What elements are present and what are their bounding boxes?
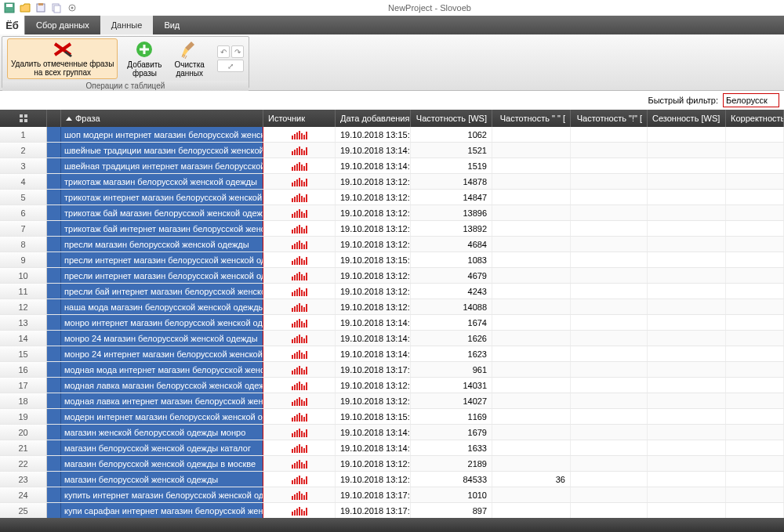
cell-phrase[interactable]: пресли магазин белорусской женской одежд… <box>61 237 263 252</box>
clean-data-button[interactable]: Очистка данных <box>172 38 208 79</box>
col-freq-excl[interactable]: Частотность "!" [ <box>571 110 648 127</box>
row-select[interactable] <box>47 252 61 267</box>
row-select[interactable] <box>47 472 61 487</box>
quick-filter-input[interactable] <box>723 93 779 107</box>
cell-phrase[interactable]: купи сарафан интернет магазин белорусско… <box>61 503 263 518</box>
cell-phrase[interactable]: трикотаж магазин белорусской женской оде… <box>61 174 263 189</box>
cell-phrase[interactable]: пресли бай интернет магазин белорусской … <box>61 284 263 299</box>
table-row[interactable]: 1шоп модерн интернет магазин белорусской… <box>0 127 784 143</box>
table-row[interactable]: 4трикотаж магазин белорусской женской од… <box>0 174 784 190</box>
table-row[interactable]: 6трикотаж бай магазин белорусской женско… <box>0 205 784 221</box>
paste-icon[interactable] <box>34 2 47 14</box>
cell-phrase[interactable]: монро 24 магазин белорусской женской оде… <box>61 331 263 346</box>
table-row[interactable]: 10пресли интернет магазин белорусской же… <box>0 268 784 284</box>
table-row[interactable]: 15монро 24 интернет магазин белорусской … <box>0 346 784 362</box>
row-select[interactable] <box>47 205 61 220</box>
row-select[interactable] <box>47 456 61 471</box>
row-select[interactable] <box>47 425 61 440</box>
table-row[interactable]: 19модерн интернет магазин белорусской же… <box>0 409 784 425</box>
row-select[interactable] <box>47 362 61 377</box>
col-select[interactable] <box>47 110 61 127</box>
row-select[interactable] <box>47 158 61 173</box>
row-select[interactable] <box>47 268 61 283</box>
col-season[interactable]: Сезонность [WS] <box>648 110 726 127</box>
row-select[interactable] <box>47 284 61 299</box>
delete-marked-button[interactable]: Удалить отмеченные фразы на всех группах <box>7 38 118 79</box>
copy-icon[interactable] <box>50 2 63 14</box>
col-phrase[interactable]: Фраза <box>61 110 263 127</box>
cell-phrase[interactable]: магазин белорусской женской одежды катал… <box>61 440 263 455</box>
cell-phrase[interactable]: швейная традиция интернет магазин белору… <box>61 158 263 173</box>
row-select[interactable] <box>47 346 61 361</box>
tab-data[interactable]: Данные <box>100 16 154 34</box>
table-row[interactable]: 8пресли магазин белорусской женской одеж… <box>0 237 784 252</box>
tab-collect[interactable]: Сбор данных <box>25 16 100 34</box>
row-select[interactable] <box>47 299 61 314</box>
cell-phrase[interactable]: монро 24 интернет магазин белорусской же… <box>61 346 263 361</box>
cell-phrase[interactable]: модная лавка магазин белорусской женской… <box>61 378 263 393</box>
cell-phrase[interactable]: трикотаж интернет магазин белорусской же… <box>61 190 263 204</box>
table-row[interactable]: 7трикотаж бай интернет магазин белорусск… <box>0 221 784 237</box>
row-select[interactable] <box>47 331 61 346</box>
row-select[interactable] <box>47 221 61 236</box>
cell-phrase[interactable]: модерн интернет магазин белорусской женс… <box>61 409 263 424</box>
table-row[interactable]: 13монро интернет магазин белорусской жен… <box>0 315 784 331</box>
table-row[interactable]: 5трикотаж интернет магазин белорусской ж… <box>0 190 784 205</box>
table-row[interactable]: 21магазин белорусской женской одежды кат… <box>0 440 784 456</box>
row-select[interactable] <box>47 393 61 408</box>
table-row[interactable]: 18модная лавка интернет магазин белорусс… <box>0 393 784 409</box>
table-row[interactable]: 16модная мода интернет магазин белорусск… <box>0 362 784 378</box>
col-date[interactable]: Дата добавления <box>336 110 411 127</box>
app-logo[interactable]: Ёб <box>0 16 25 34</box>
col-correct[interactable]: Корректность сл <box>726 110 784 127</box>
table-row[interactable]: 9пресли интернет магазин белорусской жен… <box>0 252 784 268</box>
table-row[interactable]: 20магазин женской белорусской одежды мон… <box>0 425 784 440</box>
cell-phrase[interactable]: купить интернет магазин белорусской женс… <box>61 487 263 502</box>
cell-phrase[interactable]: пресли интернет магазин белорусской женс… <box>61 268 263 283</box>
cell-phrase[interactable]: магазин белорусской женской одежды в мос… <box>61 456 263 471</box>
cell-phrase[interactable]: наша мода магазин белорусской женской од… <box>61 299 263 314</box>
cell-phrase[interactable]: трикотаж бай магазин белорусской женской… <box>61 205 263 220</box>
cell-phrase[interactable]: модная мода интернет магазин белорусской… <box>61 362 263 377</box>
col-source[interactable]: Источник <box>263 110 336 127</box>
table-row[interactable]: 3швейная традиция интернет магазин белор… <box>0 158 784 174</box>
add-phrases-button[interactable]: Добавить фразы <box>124 38 165 79</box>
table-row[interactable]: 2швейные традиции магазин белорусской же… <box>0 143 784 158</box>
cell-phrase[interactable]: шоп модерн интернет магазин белорусской … <box>61 127 263 142</box>
table-row[interactable]: 24купить интернет магазин белорусской же… <box>0 487 784 503</box>
row-select[interactable] <box>47 174 61 189</box>
tab-view[interactable]: Вид <box>153 16 191 34</box>
cell-phrase[interactable]: модная лавка интернет магазин белорусско… <box>61 393 263 408</box>
cell-phrase[interactable]: пресли интернет магазин белорусской женс… <box>61 252 263 267</box>
cell-phrase[interactable]: швейные традиции магазин белорусской жен… <box>61 143 263 157</box>
table-row[interactable]: 17модная лавка магазин белорусской женск… <box>0 378 784 393</box>
cell-phrase[interactable]: монро интернет магазин белорусской женск… <box>61 315 263 330</box>
row-select[interactable] <box>47 127 61 142</box>
table-row[interactable]: 11пресли бай интернет магазин белорусско… <box>0 284 784 299</box>
col-freq-ws[interactable]: Частотность [WS] <box>411 110 492 127</box>
settings-icon[interactable] <box>66 2 78 14</box>
row-select[interactable] <box>47 378 61 393</box>
col-freq-quote[interactable]: Частотность " " [ <box>492 110 571 127</box>
expand-icon[interactable]: ⤢ <box>217 60 244 72</box>
cell-phrase[interactable]: трикотаж бай интернет магазин белорусско… <box>61 221 263 236</box>
table-row[interactable]: 12наша мода магазин белорусской женской … <box>0 299 784 315</box>
table-row[interactable]: 14монро 24 магазин белорусской женской о… <box>0 331 784 346</box>
save-icon[interactable] <box>3 2 16 14</box>
table-row[interactable]: 23магазин белорусской женской одежды19.1… <box>0 472 784 487</box>
undo-icon[interactable]: ↶ <box>217 45 230 58</box>
col-rownum[interactable] <box>0 110 47 127</box>
open-icon[interactable] <box>19 2 31 14</box>
row-select[interactable] <box>47 409 61 424</box>
row-select[interactable] <box>47 237 61 252</box>
redo-icon[interactable]: ↷ <box>231 45 244 58</box>
row-select[interactable] <box>47 315 61 330</box>
row-select[interactable] <box>47 143 61 157</box>
cell-phrase[interactable]: магазин женской белорусской одежды монро <box>61 425 263 440</box>
table-row[interactable]: 22магазин белорусской женской одежды в м… <box>0 456 784 472</box>
grid-body[interactable]: 1шоп модерн интернет магазин белорусской… <box>0 127 784 518</box>
table-row[interactable]: 25купи сарафан интернет магазин белорусс… <box>0 503 784 518</box>
row-select[interactable] <box>47 190 61 204</box>
row-select[interactable] <box>47 440 61 455</box>
row-select[interactable] <box>47 503 61 518</box>
